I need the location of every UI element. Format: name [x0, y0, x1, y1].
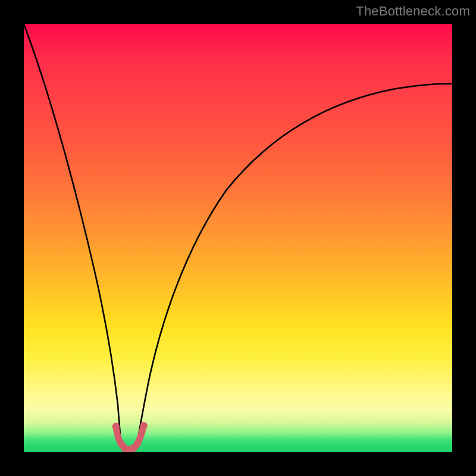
plot-area: [24, 24, 452, 452]
curve-left-branch: [24, 24, 121, 444]
curve-right-branch: [137, 84, 452, 444]
marker-dot: [134, 440, 141, 447]
marker-dot: [140, 422, 147, 429]
marker-dot: [112, 423, 120, 430]
chart-curves-svg: [24, 24, 452, 452]
bottleneck-u-marker-group: [112, 422, 148, 452]
chart-frame: TheBottleneck.com: [0, 0, 476, 476]
watermark-text: TheBottleneck.com: [356, 4, 470, 19]
